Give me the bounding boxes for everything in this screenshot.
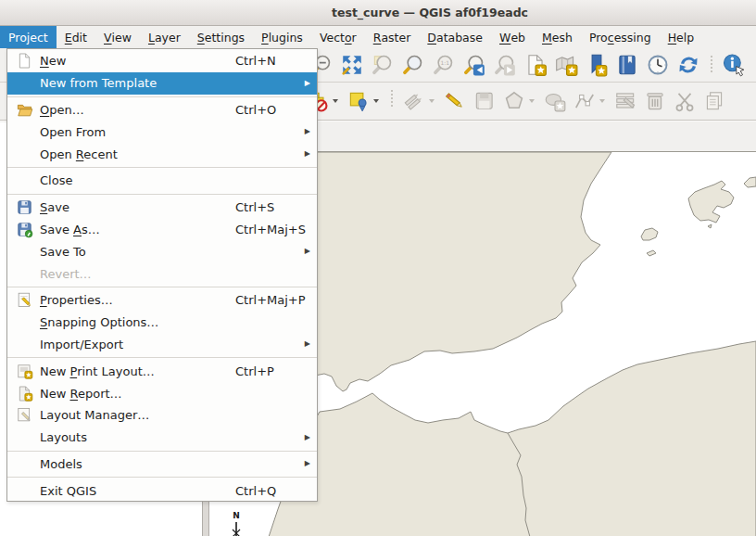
menu-item-save-to[interactable]: Save To▶ (7, 240, 317, 262)
add-polygon-feature-icon (502, 89, 526, 113)
toggle-editing-button[interactable] (443, 87, 467, 115)
copy-features-button[interactable] (702, 87, 726, 115)
add-polygon-feature-button[interactable] (502, 87, 535, 115)
menu-item-label: New Print Layout… (40, 364, 155, 378)
menubar-item-settings[interactable]: Settings (189, 26, 253, 48)
move-feature-button[interactable] (543, 87, 567, 115)
zoom-full-extent-button[interactable] (340, 51, 364, 79)
menu-item-properties[interactable]: Properties…Ctrl+Maj+P (7, 289, 317, 312)
menubar-item-edit[interactable]: Edit (57, 26, 95, 48)
zoom-to-layer-button[interactable] (401, 51, 425, 79)
menu-item-models[interactable]: Models▶ (7, 453, 317, 476)
toggle-editing-icon (443, 89, 467, 113)
zoom-native-resolution-button[interactable]: 1:1 (432, 51, 456, 79)
new-print-layout-icon (14, 362, 34, 380)
menu-item-label: Exit QGIS (40, 484, 96, 498)
menubar-item-processing[interactable]: Processing (581, 26, 660, 48)
menu-item-label: Snapping Options… (40, 315, 158, 329)
vertex-tool-button[interactable] (573, 87, 605, 115)
menu-item-save-as[interactable]: Save As…Ctrl+Maj+S (7, 219, 317, 241)
menu-item-label: Save As… (40, 223, 100, 236)
menu-item-snapping-options[interactable]: Snapping Options… (7, 312, 317, 334)
menu-item-new-print-layout[interactable]: New Print Layout…Ctrl+P (7, 360, 317, 382)
identify-features-button[interactable] (722, 51, 746, 79)
menubar-item-vector[interactable]: Vector (311, 26, 365, 48)
bookmark-star-icon (585, 53, 609, 77)
show-spatial-bookmarks-button[interactable] (554, 51, 578, 79)
menu-item-save[interactable]: SaveCtrl+S (7, 197, 317, 219)
select-features-by-value-button[interactable] (346, 87, 379, 115)
menubar-item-layer[interactable]: Layer (140, 26, 189, 48)
bookmark-manager-icon (615, 53, 639, 77)
bookmark-star-button[interactable] (585, 51, 609, 79)
menu-item-label: Properties… (40, 293, 113, 307)
current-edits-button[interactable] (402, 87, 435, 115)
menu-icon-spacer (14, 122, 34, 141)
toolbar-separator (391, 90, 396, 107)
menorca-island (744, 177, 756, 187)
menubar-item-raster[interactable]: Raster (365, 26, 420, 48)
menubar-item-help[interactable]: Help (660, 26, 703, 48)
menu-item-open-recent[interactable]: Open Recent▶ (7, 143, 317, 165)
modify-attributes-button[interactable] (613, 87, 637, 115)
save-layer-edits-icon (472, 89, 497, 113)
cut-features-button[interactable] (673, 87, 697, 115)
menubar-item-web[interactable]: Web (491, 26, 534, 48)
dropdown-caret-icon (599, 99, 605, 103)
menu-icon-spacer (14, 264, 34, 283)
submenu-arrow-icon: ▶ (305, 79, 310, 87)
menubar-item-view[interactable]: View (95, 26, 140, 48)
temporal-controller-button[interactable] (646, 51, 670, 79)
menu-item-label: New from Template (40, 76, 157, 90)
small-islet (708, 224, 712, 228)
window-title: test_curve — QGIS af0f19eadc (332, 6, 528, 19)
zoom-to-selection-icon (371, 53, 395, 77)
menu-item-open[interactable]: Open…Ctrl+O (7, 99, 317, 121)
menu-icon-spacer (14, 428, 34, 447)
menu-item-shortcut: Ctrl+Q (235, 484, 276, 498)
menu-icon-spacer (14, 145, 34, 163)
zoom-to-selection-button[interactable] (371, 51, 395, 79)
ibiza-island (641, 228, 658, 240)
menubar: ProjectEditViewLayerSettingsPluginsVecto… (0, 26, 756, 48)
new-report-icon (14, 384, 34, 402)
menu-item-new[interactable]: NewCtrl+N (7, 50, 317, 72)
refresh-button[interactable] (676, 51, 700, 79)
titlebar: test_curve — QGIS af0f19eadc (0, 0, 756, 26)
new-spatial-bookmark-button[interactable] (523, 51, 548, 79)
menu-item-label: Open Recent (40, 147, 118, 161)
move-feature-icon (543, 89, 567, 113)
submenu-arrow-icon: ▶ (305, 460, 310, 468)
project-menu-popup: NewCtrl+NNew from Template▶ Open…Ctrl+OO… (6, 48, 318, 502)
zoom-full-extent-icon (340, 53, 364, 77)
menu-item-layout-manager[interactable]: Layout Manager… (7, 404, 317, 427)
save-icon (14, 198, 34, 217)
menu-item-new-report[interactable]: New Report… (7, 382, 317, 404)
menu-item-open-from[interactable]: Open From▶ (7, 121, 317, 143)
menu-item-exit-qgis[interactable]: Exit QGISCtrl+Q (7, 479, 317, 502)
menubar-item-plugins[interactable]: Plugins (253, 26, 311, 48)
iberian-peninsula-landmass (293, 152, 611, 391)
current-edits-icon (402, 89, 426, 113)
menu-item-new-from-template[interactable]: New from Template▶ (7, 72, 317, 95)
save-layer-edits-button[interactable] (472, 87, 497, 115)
zoom-last-button[interactable] (462, 51, 486, 79)
menu-item-label: Open From (40, 125, 106, 139)
save-as-icon (14, 220, 34, 238)
bookmark-manager-button[interactable] (615, 51, 639, 79)
layout-manager-icon (14, 406, 34, 425)
menu-item-import-export[interactable]: Import/Export▶ (7, 334, 317, 356)
menu-item-label: Revert… (40, 267, 92, 281)
north-arrow-decoration: N (233, 511, 240, 536)
menubar-item-mesh[interactable]: Mesh (534, 26, 581, 48)
north-arrow-label: N (233, 511, 240, 520)
zoom-next-button[interactable] (493, 51, 517, 79)
menu-item-layouts[interactable]: Layouts▶ (7, 427, 317, 449)
menubar-item-project[interactable]: Project (0, 26, 57, 48)
copy-features-icon (702, 89, 726, 113)
menu-item-close[interactable]: Close (7, 170, 317, 192)
delete-selected-button[interactable] (643, 87, 667, 115)
menubar-item-database[interactable]: Database (419, 26, 491, 48)
menu-item-shortcut: Ctrl+P (235, 364, 274, 378)
menu-item-label: Close (40, 173, 72, 187)
